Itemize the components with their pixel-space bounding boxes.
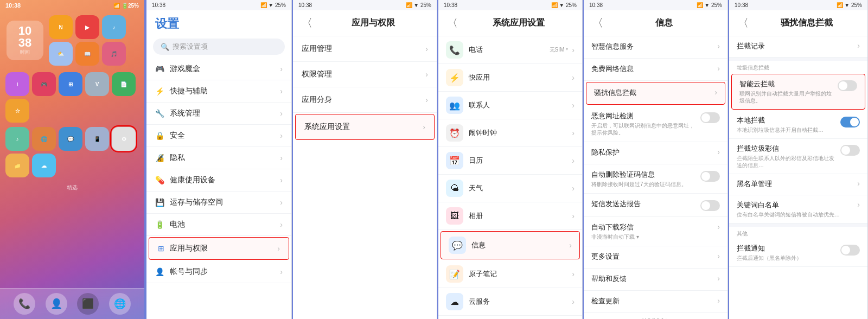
settings-label-battery: 电池 — [170, 220, 185, 229]
apps-time: 10:38 — [298, 2, 312, 8]
block-item-records[interactable]: 拦截记录 › — [729, 36, 867, 58]
app-icon-settings-highlighted[interactable]: ⚙ — [112, 127, 136, 151]
app-icon-store[interactable]: ⊞ — [59, 72, 82, 96]
dock-contacts[interactable]: 👤 — [46, 293, 67, 315]
app-icon-reader[interactable]: 📖 — [75, 42, 99, 66]
sysapp-alarm[interactable]: ⏰ 闹钟时钟 › — [438, 119, 582, 147]
info-item-spam[interactable]: 骚扰信息拦截 › — [586, 82, 725, 105]
app-icon-files[interactable]: 📁 — [5, 154, 29, 177]
sysapp-contacts[interactable]: 👥 联系人 › — [438, 92, 582, 119]
block-desc-notify: 拦截后通知（黑名单除外） — [737, 254, 835, 261]
search-placeholder: 搜索设置项 — [173, 42, 208, 52]
mms-toggle[interactable] — [840, 145, 860, 156]
app-icon-v3[interactable]: 🌐 — [32, 127, 56, 151]
settings-item-security[interactable]: 🔒 安全 › — [146, 125, 291, 147]
app-icon-i[interactable]: i — [5, 72, 29, 96]
app-icon-v2[interactable]: ♪ — [5, 127, 29, 151]
app-icon-vivo[interactable]: V — [85, 72, 109, 96]
settings-item-game[interactable]: 🎮 游戏魔盒 › — [146, 58, 291, 80]
dock-phone[interactable]: 📞 — [14, 293, 35, 315]
chevron-icon: › — [423, 123, 425, 131]
chevron-icon: › — [717, 252, 720, 260]
local-toggle[interactable] — [840, 117, 860, 127]
block-item-cloud[interactable]: 智能云拦截 联网识别并自动拦截大量用户举报的垃圾信息。 — [731, 74, 865, 110]
info-item-smsreport[interactable]: 短信发送达报告 — [584, 194, 727, 217]
app-icon-cloud[interactable]: ☁ — [32, 154, 56, 177]
app-icon-n[interactable]: N — [49, 15, 73, 39]
sysapp-calendar[interactable]: 📅 日历 › — [438, 147, 582, 175]
chevron-icon: › — [277, 244, 280, 253]
settings-label-sysmgr: 系统管理 — [170, 109, 200, 118]
block-item-whitelist[interactable]: 关键词白名单 位有白名单关键词的短信将被自动放优先… › — [729, 195, 867, 224]
block-back-button[interactable]: 〈 — [738, 16, 749, 30]
sysapps-list: 📞 电话 无SIM＊ › ⚡ 快应用 › 👥 联系人 › ⏰ — [438, 36, 582, 319]
malurl-toggle[interactable] — [700, 112, 720, 123]
app-icon-game[interactable]: 🎮 — [32, 72, 56, 96]
block-item-blacklist[interactable]: 黑名单管理 › — [729, 174, 867, 195]
info-item-privacy[interactable]: 隐私保护 › — [584, 142, 727, 164]
notify-toggle[interactable] — [840, 245, 860, 256]
menu-label-permmgr: 权限管理 — [302, 69, 332, 79]
block-section-title: 垃圾信息拦截 — [729, 61, 867, 73]
menu-item-appmgr[interactable]: 应用管理 › — [293, 36, 437, 62]
smsreport-toggle[interactable] — [700, 200, 720, 211]
dock-square[interactable]: ⬛ — [77, 293, 99, 315]
app-icon-extra[interactable]: ☆ — [5, 99, 29, 123]
settings-label-assist: 快捷与辅助 — [170, 86, 208, 96]
app-icon-weather[interactable]: ⛅ — [49, 42, 73, 66]
sysapp-label-phone: 电话 — [469, 45, 483, 55]
settings-item-privacy[interactable]: 🔏 隐私 › — [146, 147, 291, 169]
sysapp-weather[interactable]: 🌤 天气 › — [438, 175, 582, 202]
block-item-mms[interactable]: 拦截垃圾彩信 拦截陌生联系人以外的彩信及彩信地址发送的信息… — [729, 139, 867, 174]
sysapp-notes[interactable]: 📝 原子笔记 › — [438, 260, 582, 288]
info-item-malurl[interactable]: 恶意网址检测 开启后，可以联网识别信息中的恶意网址，提示你风险。 — [584, 106, 727, 142]
chevron-icon: › — [717, 42, 720, 50]
settings-item-sysmgr[interactable]: 🔧 系统管理 › — [146, 103, 291, 125]
sysapp-quickapp[interactable]: ⚡ 快应用 › — [438, 64, 582, 92]
info-item-more[interactable]: 更多设置 › — [584, 246, 727, 269]
sysapp-gallery[interactable]: 🖼 相册 › — [438, 202, 582, 230]
info-item-update[interactable]: 检查更新 › — [584, 291, 727, 313]
sysapp-phone[interactable]: 📞 电话 无SIM＊ › — [438, 36, 582, 64]
sysapp-cloud[interactable]: ☁ 云服务 › — [438, 288, 582, 316]
menu-item-permmgr[interactable]: 权限管理 › — [293, 62, 437, 87]
settings-item-health[interactable]: 💊 健康使用设备 › — [146, 169, 291, 192]
game-icon: 🎮 — [155, 65, 164, 73]
chevron-icon: › — [572, 101, 575, 110]
apps-back-button[interactable]: 〈 — [302, 16, 312, 30]
autodel-toggle[interactable] — [700, 171, 720, 182]
sysapp-guardian[interactable]: 🔧 i 管家 › — [438, 316, 582, 319]
chevron-icon: › — [572, 129, 575, 137]
app-icon-music[interactable]: ♪ — [102, 15, 126, 39]
block-item-local[interactable]: 本地拦截 本地识别垃圾信息并开启自动拦截… — [729, 111, 867, 139]
app-icon-video[interactable]: ▶ — [75, 15, 99, 39]
dock-browser[interactable]: 🌐 — [109, 293, 131, 315]
settings-search[interactable]: 🔍 搜索设置项 — [153, 39, 285, 55]
info-item-smart[interactable]: 智慧信息服务 › — [584, 36, 727, 59]
chevron-icon: › — [572, 156, 575, 165]
block-desc-whitelist: 位有白名单关键词的短信将被自动放优先… — [737, 211, 857, 218]
settings-item-apps[interactable]: ⊞ 应用与权限 › — [149, 237, 289, 260]
app-icon-v4[interactable]: 💬 — [59, 127, 82, 151]
clock-hour: 10 — [18, 25, 31, 37]
block-desc-local: 本地识别垃圾信息并开启自动拦截… — [737, 126, 835, 133]
info-item-freenet[interactable]: 免费网络信息 › — [584, 59, 727, 81]
cloud-toggle[interactable] — [838, 80, 857, 91]
settings-item-assist[interactable]: ⚡ 快捷与辅助 › — [146, 80, 291, 103]
settings-item-account[interactable]: 👤 帐号与同步 › — [146, 261, 291, 283]
app-icon-v5[interactable]: 📱 — [85, 127, 109, 151]
settings-item-storage[interactable]: 💾 运存与储存空间 › — [146, 192, 291, 214]
info-item-autodel[interactable]: 自动删除验证码信息 将删除接收时间超过7天的验证码信息。 — [584, 164, 727, 194]
sysapps-back-button[interactable]: 〈 — [447, 16, 458, 30]
info-back-button[interactable]: 〈 — [592, 16, 603, 30]
menu-item-sysapps[interactable]: 系统应用设置 › — [295, 114, 435, 140]
app-icon-doc[interactable]: 📄 — [112, 72, 136, 96]
info-item-help[interactable]: 帮助和反馈 › — [584, 269, 727, 291]
block-item-notify[interactable]: 拦截通知 拦截后通知（黑名单除外） — [729, 239, 867, 267]
sysapp-messages[interactable]: 💬 信息 › — [441, 231, 580, 259]
menu-item-appclone[interactable]: 应用分身 › — [293, 87, 437, 113]
settings-item-battery[interactable]: 🔋 电池 › — [146, 214, 291, 236]
app-icon-music2[interactable]: 🎵 — [102, 42, 126, 66]
info-nav-title: 信息 — [609, 17, 719, 29]
info-item-mms[interactable]: 自动下载彩信 非漫游时自动下载 ▾ › — [584, 217, 727, 246]
